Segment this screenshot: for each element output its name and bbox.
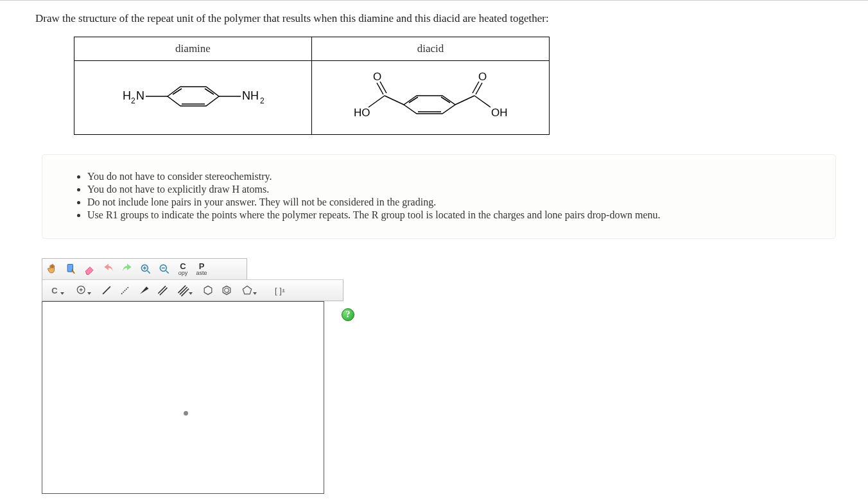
svg-marker-4 (168, 87, 219, 106)
svg-text:NH: NH (242, 89, 259, 102)
bracket-tool[interactable]: [ ]± (271, 281, 289, 299)
svg-line-25 (474, 96, 490, 107)
svg-line-29 (148, 271, 150, 274)
double-bond-tool[interactable] (153, 281, 171, 299)
diamine-structure-cell: H 2 N NH 2 (74, 61, 312, 135)
element-label: C (51, 286, 57, 295)
reactant-table: diamine diacid H 2 N NH 2 (74, 37, 550, 135)
svg-marker-47 (223, 286, 230, 294)
element-picker[interactable]: C (44, 281, 65, 299)
copy-label-bottom: opy (178, 270, 188, 276)
svg-text:N: N (136, 89, 144, 102)
instruction-item: Use R1 groups to indicate the points whe… (87, 209, 816, 221)
charge-tool[interactable] (71, 281, 92, 299)
svg-text:O: O (478, 71, 487, 83)
svg-line-39 (121, 286, 129, 294)
svg-point-48 (225, 288, 229, 293)
instruction-item: You do not have to consider stereochemis… (87, 171, 816, 182)
diacid-structure-cell: O HO O OH (312, 61, 550, 135)
instruction-item: Do not include lone pairs in your answer… (87, 197, 816, 208)
instruction-item: You do not have to explicitly draw H ato… (87, 184, 816, 195)
svg-marker-40 (140, 286, 148, 294)
drawing-canvas[interactable]: ? (42, 301, 324, 494)
benzene-tool[interactable] (218, 281, 236, 299)
svg-text:2: 2 (131, 96, 135, 105)
copy-button[interactable]: C opy (174, 260, 192, 278)
svg-line-23 (476, 83, 482, 94)
svg-line-14 (369, 96, 385, 107)
svg-marker-17 (404, 96, 455, 114)
wedge-bond-tool[interactable] (135, 281, 153, 299)
col-header-diamine: diamine (74, 37, 312, 61)
svg-line-38 (103, 286, 110, 294)
paste-button[interactable]: P aste (193, 260, 211, 278)
svg-text:OH: OH (491, 107, 508, 119)
pentagon-tool[interactable] (236, 281, 258, 299)
pan-tool[interactable] (44, 260, 62, 278)
svg-text:HO: HO (354, 107, 370, 119)
structure-editor: C opy P aste C (42, 258, 343, 494)
undo-button[interactable] (100, 260, 117, 278)
erase-tool[interactable] (81, 260, 99, 278)
help-button[interactable]: ? (342, 308, 354, 321)
svg-line-16 (385, 96, 404, 105)
question-prompt: Draw the structure of the repeat unit of… (35, 12, 842, 25)
svg-text:H: H (123, 89, 131, 102)
redo-button[interactable] (118, 260, 136, 278)
triple-bond-tool[interactable] (172, 281, 194, 299)
single-bond-tool[interactable] (98, 281, 116, 299)
diamine-structure: H 2 N NH 2 (110, 71, 277, 122)
zoom-in-button[interactable] (137, 260, 155, 278)
hexagon-tool[interactable] (199, 281, 217, 299)
svg-line-13 (380, 82, 386, 93)
svg-line-22 (473, 82, 479, 93)
svg-line-12 (377, 83, 383, 94)
zoom-out-button[interactable] (155, 260, 173, 278)
toolbar-row-1: C opy P aste (42, 258, 247, 279)
svg-text:2: 2 (260, 96, 265, 105)
paste-label-bottom: aste (196, 270, 207, 276)
canvas-cursor-dot (184, 411, 188, 416)
dashed-bond-tool[interactable] (116, 281, 134, 299)
svg-marker-49 (243, 286, 251, 294)
svg-line-33 (166, 271, 169, 274)
diacid-structure: O HO O OH (334, 67, 527, 125)
select-tool[interactable] (62, 260, 80, 278)
toolbar-row-2: C (42, 279, 343, 301)
svg-marker-46 (204, 286, 212, 294)
svg-line-21 (455, 96, 474, 105)
instructions-panel: You do not have to consider stereochemis… (42, 154, 836, 239)
col-header-diacid: diacid (312, 37, 550, 61)
svg-text:O: O (373, 71, 381, 83)
